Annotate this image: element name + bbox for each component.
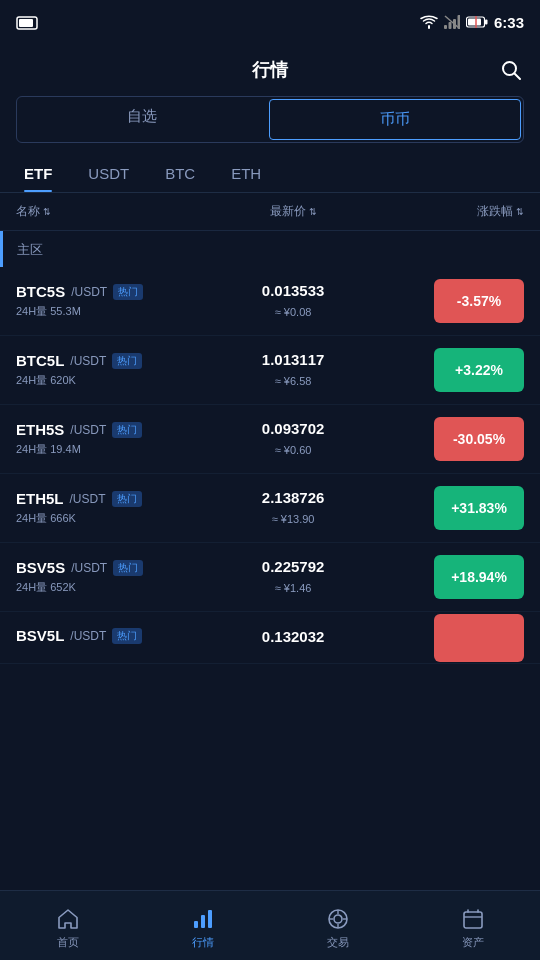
coin-info-eth5s: ETH5S /USDT 热门 24H量 19.4M [16, 421, 201, 457]
coin-price-btc5l: 1.013117 [201, 351, 386, 368]
coin-row-btc5l[interactable]: BTC5L /USDT 热门 24H量 620K 1.013117 ≈ ¥6.5… [0, 336, 540, 405]
trade-icon [326, 907, 350, 931]
chart-icon [191, 907, 215, 931]
status-bar: 6:33 [0, 0, 540, 44]
coin-row-eth5s[interactable]: ETH5S /USDT 热门 24H量 19.4M 0.093702 ≈ ¥0.… [0, 405, 540, 474]
coin-base-btc5l: /USDT [70, 354, 106, 368]
coin-symbol-eth5s: ETH5S [16, 421, 64, 438]
status-bar-left-icons [16, 12, 38, 30]
coin-base-bsv5l: /USDT [70, 629, 106, 643]
coin-price-col-btc5s: 0.013533 ≈ ¥0.08 [201, 282, 386, 320]
svg-line-6 [445, 16, 459, 28]
tab-usdt[interactable]: USDT [80, 155, 149, 192]
coin-row-bsv5l[interactable]: BSV5L /USDT 热门 0.132032 [0, 612, 540, 664]
svg-rect-3 [448, 22, 451, 29]
col-change-header[interactable]: 涨跌幅 ⇅ [385, 203, 524, 220]
coin-price-col-eth5s: 0.093702 ≈ ¥0.60 [201, 420, 386, 458]
section-header: 主区 [0, 231, 540, 267]
change-badge-btc5s: -3.57% [434, 279, 524, 323]
coin-change-col-bsv5l [385, 614, 524, 662]
coin-volume-bsv5s: 24H量 652K [16, 580, 201, 595]
coin-symbol-bsv5l: BSV5L [16, 627, 64, 644]
coin-info-bsv5s: BSV5S /USDT 热门 24H量 652K [16, 559, 201, 595]
svg-point-17 [334, 915, 342, 923]
coin-price-col-bsv5l: 0.132032 [201, 628, 386, 648]
coin-row-btc5s[interactable]: BTC5S /USDT 热门 24H量 55.3M 0.013533 ≈ ¥0.… [0, 267, 540, 336]
coin-price-bsv5s: 0.225792 [201, 558, 386, 575]
coin-cny-btc5l: ≈ ¥6.58 [275, 375, 312, 387]
coin-price-eth5s: 0.093702 [201, 420, 386, 437]
tab-eth[interactable]: ETH [223, 155, 281, 192]
column-headers: 名称 ⇅ 最新价 ⇅ 涨跌幅 ⇅ [0, 193, 540, 231]
tab-toggle-bibi[interactable]: 币币 [269, 99, 521, 140]
coin-symbol-bsv5s: BSV5S [16, 559, 65, 576]
coin-base-btc5s: /USDT [71, 285, 107, 299]
coin-price-col-bsv5s: 0.225792 ≈ ¥1.46 [201, 558, 386, 596]
nav-assets-label: 资产 [462, 935, 484, 950]
change-badge-eth5s: -30.05% [434, 417, 524, 461]
change-badge-eth5l: +31.83% [434, 486, 524, 530]
signal-icon [444, 15, 460, 29]
hot-badge-btc5l: 热门 [112, 353, 142, 369]
nav-market[interactable]: 行情 [135, 901, 270, 950]
change-badge-btc5l: +3.22% [434, 348, 524, 392]
home-icon [56, 907, 80, 931]
svg-rect-14 [201, 915, 205, 928]
battery-icon [466, 16, 488, 28]
coin-cny-bsv5s: ≈ ¥1.46 [275, 582, 312, 594]
assets-icon [461, 907, 485, 931]
svg-rect-15 [208, 910, 212, 928]
coin-price-col-btc5l: 1.013117 ≈ ¥6.58 [201, 351, 386, 389]
coin-base-bsv5s: /USDT [71, 561, 107, 575]
hot-badge-bsv5l: 热门 [112, 628, 142, 644]
coin-base-eth5s: /USDT [70, 423, 106, 437]
coin-info-bsv5l: BSV5L /USDT 热门 [16, 627, 201, 648]
coin-row-bsv5s[interactable]: BSV5S /USDT 热门 24H量 652K 0.225792 ≈ ¥1.4… [0, 543, 540, 612]
page-title: 行情 [252, 58, 288, 82]
coin-change-col-eth5s: -30.05% [385, 417, 524, 461]
tab-btc[interactable]: BTC [157, 155, 215, 192]
tab-toggle: 自选 币币 [16, 96, 524, 143]
status-icons: 6:33 [420, 14, 524, 31]
nav-market-label: 行情 [192, 935, 214, 950]
sort-price-icon: ⇅ [309, 207, 317, 217]
coin-cny-eth5s: ≈ ¥0.60 [275, 444, 312, 456]
hot-badge-eth5s: 热门 [112, 422, 142, 438]
coin-change-col-bsv5s: +18.94% [385, 555, 524, 599]
page-header: 行情 [0, 44, 540, 96]
hot-badge-bsv5s: 热门 [113, 560, 143, 576]
search-button[interactable] [500, 59, 522, 81]
nav-home[interactable]: 首页 [0, 901, 135, 950]
nav-assets[interactable]: 资产 [405, 901, 540, 950]
coin-info-btc5s: BTC5S /USDT 热门 24H量 55.3M [16, 283, 201, 319]
coin-cny-eth5l: ≈ ¥13.90 [272, 513, 315, 525]
coin-volume-btc5s: 24H量 55.3M [16, 304, 201, 319]
svg-rect-22 [464, 912, 482, 928]
coin-list: BTC5S /USDT 热门 24H量 55.3M 0.013533 ≈ ¥0.… [0, 267, 540, 664]
coin-info-btc5l: BTC5L /USDT 热门 24H量 620K [16, 352, 201, 388]
sort-name-icon: ⇅ [43, 207, 51, 217]
hot-badge-btc5s: 热门 [113, 284, 143, 300]
change-badge-bsv5l [434, 614, 524, 662]
tab-etf[interactable]: ETF [16, 155, 72, 192]
col-price-header[interactable]: 最新价 ⇅ [201, 203, 386, 220]
coin-price-btc5s: 0.013533 [201, 282, 386, 299]
svg-rect-9 [468, 19, 481, 26]
coin-symbol-btc5s: BTC5S [16, 283, 65, 300]
coin-cny-btc5s: ≈ ¥0.08 [275, 306, 312, 318]
change-badge-bsv5s: +18.94% [434, 555, 524, 599]
coin-price-eth5l: 2.138726 [201, 489, 386, 506]
coin-symbol-btc5l: BTC5L [16, 352, 64, 369]
nav-trade[interactable]: 交易 [270, 901, 405, 950]
coin-row-eth5l[interactable]: ETH5L /USDT 热门 24H量 666K 2.138726 ≈ ¥13.… [0, 474, 540, 543]
col-name-header[interactable]: 名称 ⇅ [16, 203, 201, 220]
wifi-icon [420, 15, 438, 29]
svg-rect-8 [485, 20, 488, 25]
tab-toggle-zixuan[interactable]: 自选 [17, 97, 267, 142]
coin-info-eth5l: ETH5L /USDT 热门 24H量 666K [16, 490, 201, 526]
bottom-nav: 首页 行情 交易 资产 [0, 890, 540, 960]
nav-trade-label: 交易 [327, 935, 349, 950]
svg-rect-1 [19, 19, 33, 27]
svg-rect-2 [444, 25, 447, 29]
svg-line-12 [515, 74, 521, 80]
